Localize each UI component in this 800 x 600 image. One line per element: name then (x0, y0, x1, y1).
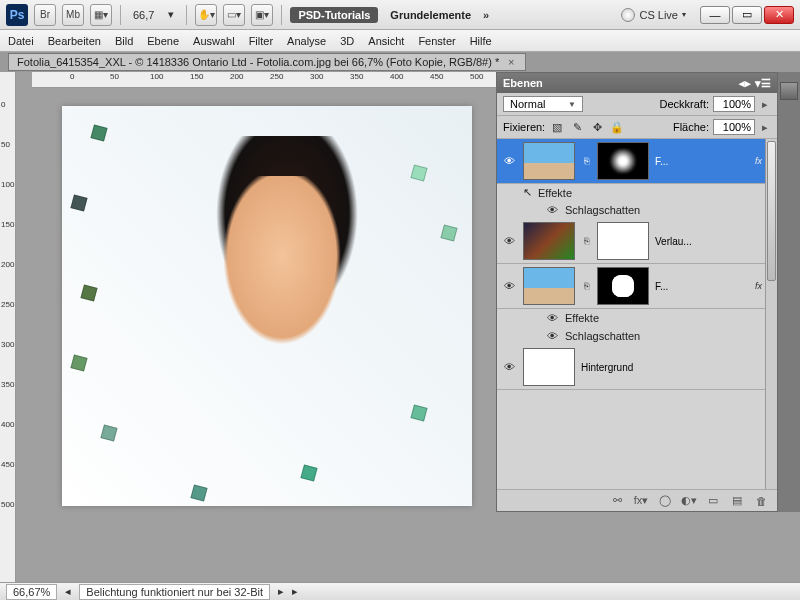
panel-tab-ebenen[interactable]: Ebenen (503, 77, 543, 89)
minimize-button[interactable]: — (700, 6, 730, 24)
group-icon[interactable]: ▭ (705, 494, 721, 508)
menu-bearbeiten[interactable]: Bearbeiten (48, 35, 101, 47)
panel-tab-bar: Ebenen ◂▸ ▾☰ (497, 73, 777, 93)
effects-label: Effekte (565, 312, 599, 324)
status-nav-icon[interactable]: ▸ (278, 585, 284, 598)
mask-link-icon[interactable]: ⎘ (581, 154, 591, 168)
menu-bild[interactable]: Bild (115, 35, 133, 47)
status-zoom[interactable]: 66,67% (6, 584, 57, 600)
fill-slider-icon[interactable]: ▸ (759, 121, 771, 134)
scrollbar-thumb[interactable] (767, 141, 776, 281)
delete-layer-icon[interactable]: 🗑 (753, 494, 769, 508)
opacity-input[interactable]: 100% (713, 96, 755, 112)
layer-row[interactable]: 👁 ⎘ F... fx ▾ (497, 264, 777, 309)
menu-fenster[interactable]: Fenster (418, 35, 455, 47)
document-tab-bar: Fotolia_6415354_XXL - © 1418336 Ontario … (0, 52, 800, 72)
menu-ebene[interactable]: Ebene (147, 35, 179, 47)
chevron-down-icon: ▼ (568, 100, 576, 109)
visibility-icon[interactable]: 👁 (545, 329, 559, 343)
panel-collapse-icon[interactable]: ◂▸ (739, 77, 751, 90)
fx-badge[interactable]: fx (755, 156, 762, 166)
hand-tool-button[interactable]: ✋▾ (195, 4, 217, 26)
layer-effects-row[interactable]: ↖ Effekte (497, 184, 777, 201)
menu-hilfe[interactable]: Hilfe (470, 35, 492, 47)
layer-row[interactable]: 👁 ⎘ Verlau... (497, 219, 777, 264)
effects-label: Effekte (538, 187, 572, 199)
screen-mode-button[interactable]: ▣▾ (251, 4, 273, 26)
image-content (202, 176, 362, 376)
workspace-psd-tutorials[interactable]: PSD-Tutorials (290, 7, 378, 23)
visibility-icon[interactable]: 👁 (545, 203, 559, 217)
mask-thumbnail[interactable] (597, 222, 649, 260)
bridge-button[interactable]: Br (34, 4, 56, 26)
opacity-slider-icon[interactable]: ▸ (759, 98, 771, 111)
close-tab-icon[interactable]: × (505, 56, 517, 68)
workspace-grundelemente[interactable]: Grundelemente (384, 7, 477, 23)
zoom-level[interactable]: 66,7 (129, 9, 158, 21)
panel-menu-icon[interactable]: ▾☰ (755, 77, 771, 90)
document-tab-title: Fotolia_6415354_XXL - © 1418336 Ontario … (17, 56, 499, 68)
layer-thumbnail[interactable] (523, 142, 575, 180)
menu-3d[interactable]: 3D (340, 35, 354, 47)
document-canvas[interactable] (62, 106, 472, 506)
status-nav-icon[interactable]: ◂ (65, 585, 71, 598)
layer-row[interactable]: 👁 Hintergrund (497, 345, 777, 390)
fill-input[interactable]: 100% (713, 119, 755, 135)
scrollbar-vertical[interactable] (765, 139, 777, 489)
menu-datei[interactable]: Datei (8, 35, 34, 47)
divider (120, 5, 121, 25)
layer-name[interactable]: F... (655, 156, 749, 167)
visibility-icon[interactable]: 👁 (501, 153, 517, 169)
document-tab[interactable]: Fotolia_6415354_XXL - © 1418336 Ontario … (8, 53, 526, 71)
visibility-icon[interactable]: 👁 (501, 359, 517, 375)
menu-auswahl[interactable]: Auswahl (193, 35, 235, 47)
visibility-icon[interactable]: 👁 (545, 311, 559, 325)
visibility-icon[interactable]: 👁 (501, 233, 517, 249)
layer-name[interactable]: Verlau... (655, 236, 773, 247)
maximize-button[interactable]: ▭ (732, 6, 762, 24)
lock-move-icon[interactable]: ✥ (589, 119, 605, 135)
ruler-vertical[interactable]: 0 50 100 150 200 250 300 350 400 450 500 (0, 72, 16, 582)
fx-badge[interactable]: fx (755, 281, 762, 291)
lock-brush-icon[interactable]: ✎ (569, 119, 585, 135)
layer-effect-row[interactable]: 👁 Schlagschatten (497, 201, 777, 219)
status-message[interactable]: Belichtung funktioniert nur bei 32-Bit (79, 584, 270, 600)
app-logo[interactable]: Ps (6, 4, 28, 26)
layer-fx-icon[interactable]: fx▾ (633, 494, 649, 508)
opacity-label: Deckkraft: (659, 98, 709, 110)
mask-link-icon[interactable]: ⎘ (581, 279, 591, 293)
layer-thumbnail[interactable] (523, 267, 575, 305)
lock-transparency-icon[interactable]: ▧ (549, 119, 565, 135)
menu-filter[interactable]: Filter (249, 35, 273, 47)
mask-link-icon[interactable]: ⎘ (581, 234, 591, 248)
mask-thumbnail[interactable] (597, 267, 649, 305)
close-button[interactable]: ✕ (764, 6, 794, 24)
layer-name[interactable]: Hintergrund (581, 362, 773, 373)
layer-thumbnail[interactable] (523, 348, 575, 386)
menu-ansicht[interactable]: Ansicht (368, 35, 404, 47)
workspace-more[interactable]: » (483, 9, 489, 21)
cs-live-button[interactable]: CS Live▾ (621, 8, 686, 22)
add-mask-icon[interactable]: ◯ (657, 494, 673, 508)
status-menu-icon[interactable]: ▸ (292, 585, 298, 598)
layer-thumbnail[interactable] (523, 222, 575, 260)
mask-thumbnail[interactable] (597, 142, 649, 180)
blend-mode-select[interactable]: Normal▼ (503, 96, 583, 112)
menu-analyse[interactable]: Analyse (287, 35, 326, 47)
status-bar: 66,67% ◂ Belichtung funktioniert nur bei… (0, 582, 800, 600)
view-extras-button[interactable]: ▦▾ (90, 4, 112, 26)
link-layers-icon[interactable]: ⚯ (609, 494, 625, 508)
adjustment-layer-icon[interactable]: ◐▾ (681, 494, 697, 508)
new-layer-icon[interactable]: ▤ (729, 494, 745, 508)
lock-all-icon[interactable]: 🔒 (609, 119, 625, 135)
mini-bridge-button[interactable]: Mb (62, 4, 84, 26)
layer-effect-row[interactable]: 👁 Schlagschatten (497, 327, 777, 345)
panel-icon[interactable] (780, 82, 798, 100)
layer-effects-row[interactable]: 👁 Effekte (497, 309, 777, 327)
divider (281, 5, 282, 25)
visibility-icon[interactable]: 👁 (501, 278, 517, 294)
layers-panel: Ebenen ◂▸ ▾☰ Normal▼ Deckkraft: 100% ▸ F… (496, 72, 778, 512)
layer-name[interactable]: F... (655, 281, 749, 292)
arrange-button[interactable]: ▭▾ (223, 4, 245, 26)
layer-row[interactable]: 👁 ⎘ F... fx ▾ (497, 139, 777, 184)
